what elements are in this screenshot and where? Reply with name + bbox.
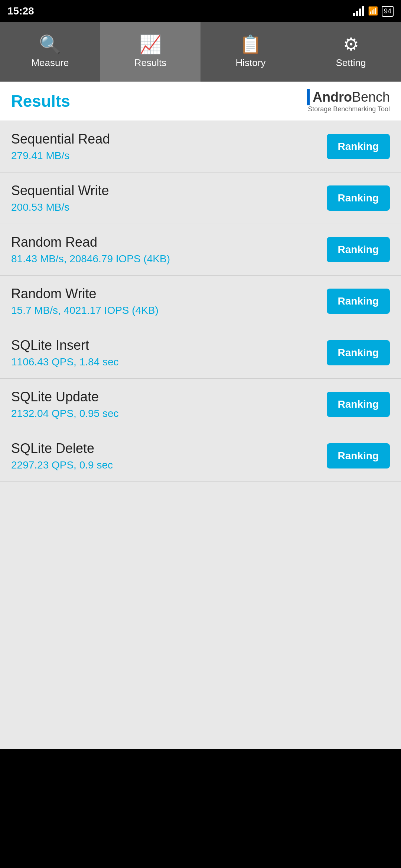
brand-name-light: Bench — [352, 89, 390, 105]
ranking-button[interactable]: Ranking — [327, 134, 390, 159]
result-info: SQLite Insert 1106.43 QPS, 1.84 sec — [11, 338, 327, 368]
result-item: Sequential Write 200.53 MB/s Ranking — [0, 172, 401, 224]
tab-setting[interactable]: ⚙ Setting — [301, 22, 401, 82]
result-value: 1106.43 QPS, 1.84 sec — [11, 356, 327, 368]
brand-name-bold: Andro — [313, 89, 352, 105]
result-name: SQLite Update — [11, 389, 327, 405]
result-item: SQLite Insert 1106.43 QPS, 1.84 sec Rank… — [0, 327, 401, 379]
result-value: 2132.04 QPS, 0.95 sec — [11, 408, 327, 420]
result-value: 81.43 MB/s, 20846.79 IOPS (4KB) — [11, 253, 327, 265]
battery-icon: 94 — [382, 6, 394, 17]
result-info: Random Read 81.43 MB/s, 20846.79 IOPS (4… — [11, 234, 327, 265]
result-name: Sequential Write — [11, 183, 327, 198]
result-item: Sequential Read 279.41 MB/s Ranking — [0, 121, 401, 172]
brand-tagline: Storage Benchmarking Tool — [308, 105, 390, 113]
result-item: SQLite Delete 2297.23 QPS, 0.9 sec Ranki… — [0, 430, 401, 482]
result-value: 15.7 MB/s, 4021.17 IOPS (4KB) — [11, 305, 327, 316]
tab-setting-label: Setting — [336, 57, 366, 69]
tab-measure-label: Measure — [31, 57, 69, 69]
tab-history-label: History — [236, 57, 266, 69]
result-item: Random Write 15.7 MB/s, 4021.17 IOPS (4K… — [0, 276, 401, 327]
result-name: SQLite Insert — [11, 338, 327, 353]
measure-icon: 🔍 — [39, 36, 61, 53]
ranking-button[interactable]: Ranking — [327, 392, 390, 417]
page-title: Results — [11, 92, 70, 111]
result-value: 200.53 MB/s — [11, 201, 327, 213]
brand-accent — [307, 89, 310, 105]
result-name: SQLite Delete — [11, 441, 327, 456]
main-content: Results AndroBench Storage Benchmarking … — [0, 82, 401, 749]
result-name: Random Write — [11, 286, 327, 302]
status-bar: 15:28 📶 94 — [0, 0, 401, 22]
brand-logo: AndroBench Storage Benchmarking Tool — [307, 89, 390, 113]
history-icon: 📋 — [239, 36, 262, 53]
result-name: Sequential Read — [11, 131, 327, 147]
ranking-button[interactable]: Ranking — [327, 289, 390, 314]
result-info: SQLite Update 2132.04 QPS, 0.95 sec — [11, 389, 327, 420]
result-name: Random Read — [11, 234, 327, 250]
ranking-button[interactable]: Ranking — [327, 185, 390, 211]
result-info: Sequential Read 279.41 MB/s — [11, 131, 327, 162]
result-info: SQLite Delete 2297.23 QPS, 0.9 sec — [11, 441, 327, 471]
ranking-button[interactable]: Ranking — [327, 237, 390, 262]
signal-icon — [353, 6, 364, 16]
results-icon: 📈 — [139, 36, 162, 53]
result-item: Random Read 81.43 MB/s, 20846.79 IOPS (4… — [0, 224, 401, 276]
result-value: 2297.23 QPS, 0.9 sec — [11, 459, 327, 471]
setting-icon: ⚙ — [343, 36, 359, 53]
result-value: 279.41 MB/s — [11, 150, 327, 162]
bottom-bar — [0, 749, 401, 794]
status-icons: 📶 94 — [353, 6, 394, 17]
wifi-icon: 📶 — [368, 6, 378, 16]
results-header: Results AndroBench Storage Benchmarking … — [0, 82, 401, 121]
result-item: SQLite Update 2132.04 QPS, 0.95 sec Rank… — [0, 379, 401, 430]
result-info: Sequential Write 200.53 MB/s — [11, 183, 327, 213]
tab-measure[interactable]: 🔍 Measure — [0, 22, 100, 82]
status-time: 15:28 — [7, 5, 34, 17]
nav-tabs: 🔍 Measure 📈 Results 📋 History ⚙ Setting — [0, 22, 401, 82]
tab-results[interactable]: 📈 Results — [100, 22, 200, 82]
ranking-button[interactable]: Ranking — [327, 443, 390, 468]
tab-results-label: Results — [134, 57, 167, 69]
ranking-button[interactable]: Ranking — [327, 340, 390, 365]
result-info: Random Write 15.7 MB/s, 4021.17 IOPS (4K… — [11, 286, 327, 316]
results-list: Sequential Read 279.41 MB/s Ranking Sequ… — [0, 121, 401, 482]
tab-history[interactable]: 📋 History — [200, 22, 301, 82]
